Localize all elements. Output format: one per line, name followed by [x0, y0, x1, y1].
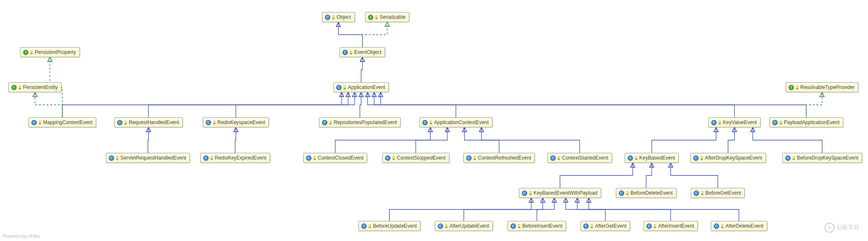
lock-icon	[528, 191, 532, 195]
watermark: ✕ 创新互联	[825, 223, 860, 233]
edge-ApplicationContextEvent-ApplicationEvent	[368, 92, 456, 117]
lock-icon	[30, 51, 33, 54]
node-Object[interactable]: CObject	[322, 12, 355, 22]
lock-icon	[718, 121, 722, 124]
node-ApplicationContextEvent[interactable]: CApplicationContextEvent	[419, 117, 493, 127]
node-label: BeforeUpdateEvent	[373, 223, 417, 229]
edge-KeyValueEvent-ApplicationEvent	[374, 92, 735, 117]
node-RedisKeyspaceEvent[interactable]: CRedisKeyspaceEvent	[203, 117, 269, 127]
type-icon: C	[306, 155, 311, 161]
lock-icon	[343, 86, 347, 89]
node-ContextRefreshedEvent[interactable]: CContextRefreshedEvent	[463, 153, 535, 163]
node-Serializable[interactable]: ISerializable	[365, 12, 409, 22]
node-AfterDropKeySpaceEvent[interactable]: CAfterDropKeySpaceEvent	[690, 153, 766, 163]
node-BeforeGetEvent[interactable]: CBeforeGetEvent	[691, 188, 745, 198]
node-ApplicationEvent[interactable]: CApplicationEvent	[333, 82, 389, 92]
node-PayloadApplicationEvent[interactable]: CPayloadApplicationEvent	[769, 117, 843, 127]
node-RedisKeyExpiredEvent[interactable]: CRedisKeyExpiredEvent	[200, 153, 270, 163]
node-KeyBasedEvent[interactable]: CKeyBasedEvent	[625, 153, 679, 163]
edge-ContextStoppedEvent-ApplicationContextEvent	[416, 127, 447, 153]
footer-text: Powered by yFiles	[3, 233, 40, 238]
node-label: PayloadApplicationEvent	[784, 119, 840, 125]
type-icon: C	[361, 223, 367, 229]
lock-icon	[124, 121, 128, 124]
node-ResolvableTypeProvider[interactable]: IResolvableTypeProvider	[786, 82, 858, 92]
lock-icon	[700, 156, 704, 160]
node-BeforeUpdateEvent[interactable]: CBeforeUpdateEvent	[358, 221, 421, 231]
type-icon: C	[522, 190, 527, 196]
node-label: ContextStoppedEvent	[397, 155, 446, 161]
node-label: ContextClosedEvent	[318, 155, 363, 161]
edge-ContextClosedEvent-ApplicationContextEvent	[335, 127, 431, 153]
node-label: RedisKeyExpiredEvent	[215, 155, 266, 161]
edge-BeforeInsertEvent-KeyBasedEventWithPayload	[537, 198, 554, 221]
type-icon: C	[203, 155, 209, 161]
type-icon: C	[109, 155, 114, 161]
node-MappingContextEvent[interactable]: CMappingContextEvent	[28, 117, 96, 127]
type-icon: I	[368, 15, 373, 20]
node-label: ContextStartedEvent	[562, 155, 608, 161]
lock-icon	[18, 86, 22, 89]
node-label: Object	[337, 14, 351, 20]
node-PersistentProperty[interactable]: IPersistentProperty	[20, 47, 80, 57]
node-label: AfterInsertEvent	[658, 223, 694, 229]
type-icon: C	[117, 120, 123, 125]
node-KeyValueEvent[interactable]: CKeyValueEvent	[708, 117, 761, 127]
type-icon: I	[23, 50, 28, 55]
node-label: KeyValueEvent	[723, 119, 757, 125]
node-EventObject[interactable]: CEventObject	[340, 47, 385, 57]
type-icon: C	[785, 155, 791, 161]
node-BeforeInsertEvent[interactable]: CBeforeInsertEvent	[508, 221, 566, 231]
type-icon: C	[422, 120, 428, 125]
lock-icon	[792, 156, 796, 160]
type-icon: C	[711, 120, 717, 125]
type-icon: I	[11, 85, 17, 90]
node-ServletRequestHandledEvent[interactable]: CServletRequestHandledEvent	[106, 153, 190, 163]
node-RepositoriesPopulatedEvent[interactable]: CRepositoriesPopulatedEvent	[319, 117, 401, 127]
lock-icon	[795, 86, 799, 89]
node-ContextStartedEvent[interactable]: CContextStartedEvent	[547, 153, 612, 163]
lock-icon	[38, 121, 42, 124]
node-AfterUpdateEvent[interactable]: CAfterUpdateEvent	[435, 221, 493, 231]
lock-icon	[375, 15, 378, 19]
node-label: ApplicationContextEvent	[434, 119, 489, 125]
type-icon: C	[628, 155, 633, 161]
node-label: ApplicationEvent	[348, 84, 385, 90]
edge-ContextRefreshedEvent-ApplicationContextEvent	[465, 127, 499, 153]
node-RequestHandledEvent[interactable]: CRequestHandledEvent	[114, 117, 183, 127]
node-AfterDeleteEvent[interactable]: CAfterDeleteEvent	[711, 221, 767, 231]
edge-AfterUpdateEvent-KeyBasedEventWithPayload	[464, 198, 543, 221]
type-icon: C	[772, 120, 778, 125]
node-label: Serializable	[380, 14, 406, 20]
lock-icon	[625, 191, 629, 195]
lock-icon	[210, 156, 214, 160]
type-icon: C	[583, 223, 589, 229]
edge-PayloadApplicationEvent-ResolvableTypeProvider	[806, 92, 822, 117]
edge-KeyBasedEventWithPayload-KeyBasedEvent	[560, 163, 633, 188]
lock-icon	[115, 156, 119, 160]
node-label: RedisKeyspaceEvent	[217, 119, 265, 125]
node-BeforeDeleteEvent[interactable]: CBeforeDeleteEvent	[616, 188, 677, 198]
node-ContextClosedEvent[interactable]: CContextClosedEvent	[303, 153, 367, 163]
node-label: PersistentEntity	[23, 84, 58, 90]
type-icon: C	[385, 155, 391, 161]
node-ContextStoppedEvent[interactable]: CContextStoppedEvent	[382, 153, 449, 163]
lock-icon	[392, 156, 396, 160]
edge-RedisKeyExpiredEvent-RedisKeyspaceEvent	[235, 127, 236, 153]
node-AfterGetEvent[interactable]: CAfterGetEvent	[580, 221, 630, 231]
lock-icon	[212, 121, 216, 124]
node-PersistentEntity[interactable]: IPersistentEntity	[8, 82, 61, 92]
node-label: EventObject	[354, 49, 381, 55]
node-label: MappingContextEvent	[43, 119, 92, 125]
type-icon: C	[466, 155, 472, 161]
lock-icon	[313, 156, 317, 160]
node-AfterInsertEvent[interactable]: CAfterInsertEvent	[643, 221, 698, 231]
watermark-icon: ✕	[825, 223, 835, 233]
type-icon: C	[714, 223, 719, 229]
edge-MappingContextEvent-PersistentEntity	[35, 92, 62, 117]
node-BeforeDropKeySpaceEvent[interactable]: CBeforeDropKeySpaceEvent	[782, 153, 862, 163]
lock-icon	[429, 121, 433, 124]
edge-BeforeDeleteEvent-KeyBasedEvent	[646, 163, 651, 188]
type-icon: C	[325, 15, 330, 20]
node-KeyBasedEventWithPayload[interactable]: CKeyBasedEventWithPayload	[519, 188, 601, 198]
